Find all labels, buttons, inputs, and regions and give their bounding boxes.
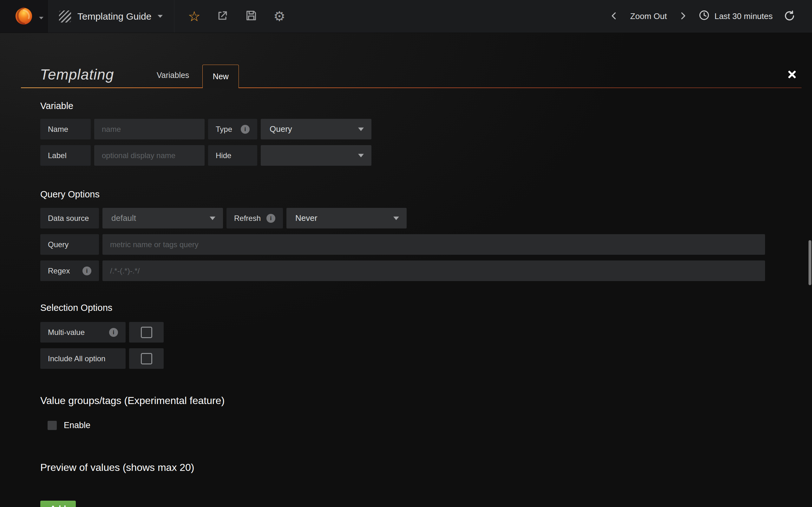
tab-variables[interactable]: Variables	[143, 71, 202, 88]
include-all-checkbox[interactable]	[129, 348, 164, 369]
include-all-row: Include All option	[40, 348, 798, 369]
refresh-icon	[783, 10, 796, 23]
settings-button[interactable]: ⚙	[273, 10, 286, 23]
grafana-logo-icon	[14, 6, 34, 27]
query-options-heading: Query Options	[40, 189, 812, 200]
type-label: Type	[208, 119, 257, 139]
templating-editor: Templating Variables New Variable Name T…	[0, 52, 812, 507]
caret-down-icon	[393, 216, 399, 220]
refresh-button[interactable]	[783, 10, 796, 23]
chevron-right-icon	[677, 10, 688, 22]
multi-value-checkbox[interactable]	[129, 322, 164, 343]
tab-bar: Variables New	[143, 65, 239, 88]
refresh-label: Refresh	[226, 208, 283, 228]
enable-label: Enable	[64, 420, 90, 430]
page-title: Templating	[40, 66, 114, 83]
navbar-time-controls: Zoom Out Last 30 minutes	[609, 0, 812, 33]
navbar: Templating Guide ☆ ⚙ Zoom Out	[0, 0, 812, 33]
info-icon[interactable]	[83, 267, 91, 275]
caret-down-icon	[358, 154, 364, 157]
variable-section-heading: Variable	[40, 101, 812, 111]
data-source-select[interactable]: default	[102, 208, 223, 228]
regex-label: Regex	[40, 261, 99, 281]
share-icon	[216, 9, 229, 24]
share-button[interactable]	[216, 9, 229, 24]
clock-icon	[699, 9, 710, 23]
hide-label: Hide	[208, 145, 257, 166]
save-button[interactable]	[245, 9, 258, 24]
tab-underline	[21, 88, 802, 88]
save-icon	[245, 9, 258, 24]
query-label: Query	[40, 234, 99, 255]
datasource-row: Data source default Refresh Never	[40, 208, 798, 228]
variable-name-row: Name Type Query	[40, 119, 798, 139]
close-icon[interactable]	[787, 70, 797, 79]
zoom-out-button[interactable]: Zoom Out	[630, 11, 667, 21]
name-label: Name	[40, 119, 91, 139]
selection-options-heading: Selection Options	[40, 302, 812, 313]
query-row: Query	[40, 234, 798, 255]
dashboard-icon	[59, 10, 71, 22]
time-range-picker[interactable]: Last 30 minutes	[699, 9, 773, 23]
checkbox-icon	[141, 353, 152, 364]
checkbox-icon	[141, 327, 152, 338]
multi-value-row: Multi-value	[40, 322, 798, 343]
enable-checkbox[interactable]	[48, 421, 57, 430]
info-icon[interactable]	[109, 328, 118, 337]
time-shift-forward-button[interactable]	[677, 10, 688, 22]
caret-down-icon	[158, 15, 163, 18]
navbar-actions: ☆ ⚙	[174, 0, 292, 33]
multi-value-label: Multi-value	[40, 322, 125, 343]
hide-select[interactable]	[261, 145, 371, 166]
refresh-select[interactable]: Never	[287, 208, 407, 228]
time-shift-back-button[interactable]	[609, 10, 619, 22]
type-select[interactable]: Query	[261, 119, 371, 139]
preview-heading: Preview of values (shows max 20)	[40, 462, 812, 473]
scrollbar-thumb[interactable]	[809, 240, 811, 285]
caret-down-icon	[358, 127, 364, 131]
value-groups-heading: Value groups/tags (Experimental feature)	[40, 395, 812, 406]
grafana-menu-button[interactable]	[0, 0, 48, 33]
caret-down-icon	[210, 216, 215, 220]
add-button[interactable]: Add	[40, 501, 76, 507]
tab-new[interactable]: New	[202, 65, 239, 88]
include-all-label: Include All option	[40, 348, 125, 369]
regex-row: Regex	[40, 261, 798, 281]
info-icon[interactable]	[266, 214, 275, 223]
time-range-label: Last 30 minutes	[714, 11, 773, 21]
data-source-label: Data source	[40, 208, 99, 228]
dashboard-title: Templating Guide	[78, 11, 151, 22]
chevron-left-icon	[609, 10, 619, 22]
regex-input[interactable]	[102, 261, 765, 281]
name-input[interactable]	[94, 119, 205, 139]
label-label: Label	[40, 145, 91, 166]
star-button[interactable]: ☆	[188, 9, 200, 23]
info-icon[interactable]	[241, 125, 250, 134]
label-input[interactable]	[94, 145, 205, 166]
enable-row: Enable	[48, 418, 812, 433]
caret-down-icon	[39, 17, 44, 19]
query-input[interactable]	[102, 234, 765, 255]
variable-label-row: Label Hide	[40, 145, 798, 166]
dashboard-title-button[interactable]: Templating Guide	[48, 0, 174, 33]
templating-header: Templating Variables New	[32, 52, 798, 88]
